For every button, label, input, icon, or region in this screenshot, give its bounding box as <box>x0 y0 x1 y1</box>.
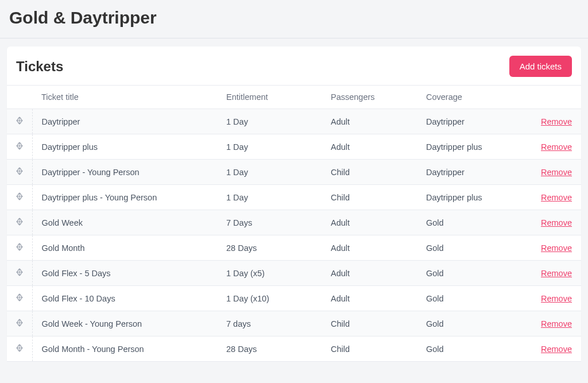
cell-actions: Remove <box>526 261 581 286</box>
col-header-entitlement: Entitlement <box>222 86 326 109</box>
cell-coverage: Gold <box>421 311 526 336</box>
cell-entitlement: 7 Days <box>222 210 326 235</box>
drag-handle-icon <box>16 293 23 301</box>
cell-actions: Remove <box>526 286 581 311</box>
table-row: Daytripper - Young Person1 DayChildDaytr… <box>7 160 581 185</box>
col-header-passengers: Passengers <box>326 86 421 109</box>
cell-title: Daytripper plus <box>32 134 222 160</box>
drag-handle-icon <box>16 243 23 251</box>
cell-title: Gold Month - Young Person <box>32 336 222 362</box>
table-row: Gold Week7 DaysAdultGoldRemove <box>7 210 581 235</box>
remove-link[interactable]: Remove <box>541 345 572 354</box>
drag-handle-icon <box>16 192 23 200</box>
remove-link[interactable]: Remove <box>541 269 572 278</box>
cell-actions: Remove <box>526 210 581 235</box>
drag-handle[interactable] <box>7 311 32 336</box>
remove-link[interactable]: Remove <box>541 117 572 126</box>
cell-title: Daytripper plus - Young Person <box>32 185 222 210</box>
cell-passengers: Adult <box>326 210 421 235</box>
table-row: Gold Month28 DaysAdultGoldRemove <box>7 235 581 261</box>
cell-coverage: Daytripper plus <box>421 134 526 160</box>
drag-handle[interactable] <box>7 109 32 134</box>
cell-title: Gold Week - Young Person <box>32 311 222 336</box>
cell-coverage: Gold <box>421 336 526 362</box>
cell-coverage: Daytripper plus <box>421 185 526 210</box>
tickets-card: Tickets Add tickets Ticket title Entitle… <box>7 47 581 362</box>
drag-handle-icon <box>16 319 23 327</box>
cell-entitlement: 28 Days <box>222 336 326 362</box>
cell-passengers: Adult <box>326 286 421 311</box>
drag-handle[interactable] <box>7 185 32 210</box>
table-row: Gold Flex - 10 Days1 Day (x10)AdultGoldR… <box>7 286 581 311</box>
cell-entitlement: 28 Days <box>222 235 326 261</box>
drag-handle[interactable] <box>7 235 32 261</box>
cell-title: Gold Week <box>32 210 222 235</box>
cell-actions: Remove <box>526 160 581 185</box>
cell-passengers: Adult <box>326 109 421 134</box>
drag-handle-icon <box>16 268 23 276</box>
page-header: Gold & Daytripper <box>0 0 588 38</box>
cell-passengers: Child <box>326 185 421 210</box>
remove-link[interactable]: Remove <box>541 218 572 227</box>
drag-handle[interactable] <box>7 336 32 362</box>
drag-handle[interactable] <box>7 261 32 286</box>
cell-actions: Remove <box>526 134 581 160</box>
cell-title: Gold Flex - 10 Days <box>32 286 222 311</box>
col-header-handle <box>7 86 32 109</box>
remove-link[interactable]: Remove <box>541 193 572 202</box>
table-row: Gold Month - Young Person28 DaysChildGol… <box>7 336 581 362</box>
cell-entitlement: 1 Day (x10) <box>222 286 326 311</box>
remove-link[interactable]: Remove <box>541 294 572 303</box>
table-row: Daytripper plus1 DayAdultDaytripper plus… <box>7 134 581 160</box>
cell-actions: Remove <box>526 109 581 134</box>
cell-entitlement: 1 Day <box>222 134 326 160</box>
cell-coverage: Daytripper <box>421 109 526 134</box>
cell-entitlement: 1 Day (x5) <box>222 261 326 286</box>
page-title: Gold & Daytripper <box>9 8 579 28</box>
col-header-title: Ticket title <box>32 86 222 109</box>
cell-title: Gold Flex - 5 Days <box>32 261 222 286</box>
table-header-row: Ticket title Entitlement Passengers Cove… <box>7 86 581 109</box>
drag-handle[interactable] <box>7 160 32 185</box>
cell-passengers: Adult <box>326 235 421 261</box>
drag-handle-icon <box>16 142 23 150</box>
drag-handle[interactable] <box>7 286 32 311</box>
col-header-actions <box>526 86 581 109</box>
table-row: Daytripper plus - Young Person1 DayChild… <box>7 185 581 210</box>
cell-actions: Remove <box>526 311 581 336</box>
remove-link[interactable]: Remove <box>541 168 572 177</box>
card-title: Tickets <box>16 59 63 75</box>
cell-entitlement: 1 Day <box>222 160 326 185</box>
cell-title: Daytripper - Young Person <box>32 160 222 185</box>
cell-actions: Remove <box>526 185 581 210</box>
cell-passengers: Child <box>326 311 421 336</box>
cell-passengers: Adult <box>326 134 421 160</box>
drag-handle-icon <box>16 344 23 352</box>
cell-coverage: Gold <box>421 261 526 286</box>
cell-passengers: Child <box>326 336 421 362</box>
table-row: Gold Flex - 5 Days1 Day (x5)AdultGoldRem… <box>7 261 581 286</box>
cell-coverage: Gold <box>421 235 526 261</box>
cell-coverage: Gold <box>421 210 526 235</box>
drag-handle[interactable] <box>7 210 32 235</box>
cell-title: Daytripper <box>32 109 222 134</box>
drag-handle-icon <box>16 167 23 175</box>
add-tickets-button[interactable]: Add tickets <box>509 56 572 77</box>
table-row: Gold Week - Young Person7 daysChildGoldR… <box>7 311 581 336</box>
drag-handle[interactable] <box>7 134 32 160</box>
table-row: Daytripper1 DayAdultDaytripperRemove <box>7 109 581 134</box>
remove-link[interactable]: Remove <box>541 319 572 328</box>
cell-entitlement: 1 Day <box>222 109 326 134</box>
tickets-table: Ticket title Entitlement Passengers Cove… <box>7 85 581 362</box>
drag-handle-icon <box>16 218 23 226</box>
remove-link[interactable]: Remove <box>541 142 572 152</box>
drag-handle-icon <box>16 117 23 125</box>
card-header: Tickets Add tickets <box>7 47 581 85</box>
remove-link[interactable]: Remove <box>541 243 572 253</box>
cell-coverage: Daytripper <box>421 160 526 185</box>
cell-passengers: Child <box>326 160 421 185</box>
cell-coverage: Gold <box>421 286 526 311</box>
cell-passengers: Adult <box>326 261 421 286</box>
col-header-coverage: Coverage <box>421 86 526 109</box>
cell-entitlement: 7 days <box>222 311 326 336</box>
